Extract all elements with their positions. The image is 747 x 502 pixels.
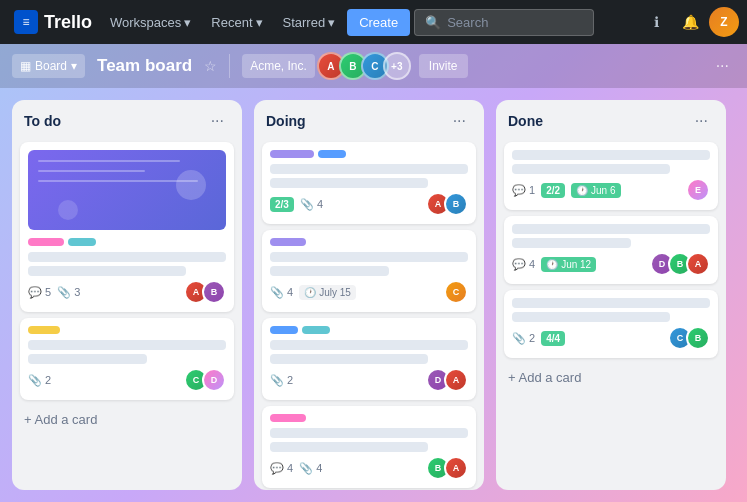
notifications-button[interactable]: 🔔 [675,7,705,37]
badge-progress-d1: 2/3 [270,197,294,212]
card-text-d2b [270,266,389,276]
recent-menu[interactable]: Recent ▾ [203,11,270,34]
cover-circle-1 [176,170,206,200]
attach-icon-d3: 📎 [270,374,284,387]
logo-text: Trello [44,12,92,33]
member-avatar-extra[interactable]: +3 [383,52,411,80]
create-button[interactable]: Create [347,9,410,36]
card-done-1[interactable]: 💬 1 2/2 🕐 Jun 6 E [504,142,718,210]
card-member-dn3b[interactable]: B [686,326,710,350]
label-blue-d1 [318,150,346,158]
label-yellow [28,326,60,334]
card-done-2[interactable]: 💬 4 🕐 Jun 12 D B A [504,216,718,284]
attach-icon-d2: 📎 [270,286,284,299]
card-member-d3b[interactable]: A [444,368,468,392]
card-member-2b[interactable]: D [202,368,226,392]
card-labels-1 [28,238,226,246]
card-meta-2: 📎 2 [28,374,51,387]
card-text-2a [28,340,226,350]
column-menu-todo[interactable]: ··· [205,110,230,132]
card-text-dn2a [512,224,710,234]
column-menu-done[interactable]: ··· [689,110,714,132]
card-members-dn3: C B [668,326,710,350]
column-title-doing: Doing [266,113,306,129]
card-text-d1b [270,178,428,188]
board-icon: ▦ [20,59,31,73]
column-menu-doing[interactable]: ··· [447,110,472,132]
user-avatar[interactable]: Z [709,7,739,37]
card-todo-1[interactable]: 💬 5 📎 3 A B [20,142,234,312]
comment-icon: 💬 [28,286,42,299]
card-labels-d4 [270,414,468,422]
clock-icon-dn1: 🕐 [576,185,588,196]
workspace-label[interactable]: Acme, Inc. [242,54,315,78]
card-members-dn2: D B A [650,252,710,276]
card-labels-d3 [270,326,468,334]
add-card-done[interactable]: + Add a card [504,364,718,391]
board-view-button[interactable]: ▦ Board ▾ [12,54,85,78]
meta-comments-d4: 💬 4 [270,462,293,475]
starred-menu[interactable]: Starred ▾ [275,11,344,34]
card-member-d1b[interactable]: B [444,192,468,216]
comment-count-dn2: 4 [529,258,535,270]
card-todo-2[interactable]: 📎 2 C D [20,318,234,400]
meta-attach-d2: 📎 4 [270,286,293,299]
card-footer-dn2: 💬 4 🕐 Jun 12 D B A [512,252,710,276]
column-done: Done ··· 💬 1 2/2 🕐 Jun 6 [496,100,726,490]
card-member-d2a[interactable]: C [444,280,468,304]
divider [229,54,230,78]
card-doing-4[interactable]: 💬 4 📎 4 B A [262,406,476,488]
logo[interactable]: ≡ Trello [8,10,98,34]
column-title-todo: To do [24,113,61,129]
card-text-d4a [270,428,468,438]
card-footer-d1: 2/3 📎 4 A B [270,192,468,216]
card-doing-2[interactable]: 📎 4 🕐 July 15 C [262,230,476,312]
card-member-dn1a[interactable]: E [686,178,710,202]
clock-icon-dn2: 🕐 [546,259,558,270]
card-text-dn3a [512,298,710,308]
card-doing-3[interactable]: 📎 2 D A [262,318,476,400]
star-button[interactable]: ☆ [204,58,217,74]
comment-count: 5 [45,286,51,298]
card-member-1b[interactable]: B [202,280,226,304]
badge-date-dn2: 🕐 Jun 12 [541,257,596,272]
clock-icon-d2: 🕐 [304,287,316,298]
comment-count-dn1: 1 [529,184,535,196]
workspaces-menu[interactable]: Workspaces ▾ [102,11,199,34]
invite-button[interactable]: Invite [419,54,468,78]
attach-count-d4: 4 [316,462,322,474]
board-title: Team board [93,56,196,76]
card-members-1: A B [184,280,226,304]
attach-count-2: 2 [45,374,51,386]
top-nav: ≡ Trello Workspaces ▾ Recent ▾ Starred ▾… [0,0,747,44]
attach-count-d2: 4 [287,286,293,298]
column-header-done: Done ··· [504,110,718,136]
info-button[interactable]: ℹ [641,7,671,37]
card-member-dn2c[interactable]: A [686,252,710,276]
meta-comment-dn2: 💬 4 [512,258,535,271]
attachment-count: 3 [74,286,80,298]
trello-icon: ≡ [14,10,38,34]
card-labels-d1 [270,150,468,158]
add-card-todo[interactable]: + Add a card [20,406,234,433]
card-footer-d3: 📎 2 D A [270,368,468,392]
badge-date-dn1: 🕐 Jun 6 [571,183,620,198]
board-content: To do ··· [0,88,747,502]
comment-count-d4: 4 [287,462,293,474]
meta-attach-2: 📎 2 [28,374,51,387]
card-meta-dn1: 💬 1 2/2 🕐 Jun 6 [512,183,621,198]
search-bar[interactable]: 🔍 Search [414,9,594,36]
card-labels-d2 [270,238,468,246]
card-doing-1[interactable]: 2/3 📎 4 A B [262,142,476,224]
meta-attach-d4: 📎 4 [299,462,322,475]
card-meta-dn3: 📎 2 4/4 [512,331,565,346]
card-text-2b [28,354,147,364]
card-done-3[interactable]: 📎 2 4/4 C B [504,290,718,358]
card-member-d4b[interactable]: A [444,456,468,480]
board-more-button[interactable]: ··· [710,53,735,79]
comment-icon-dn2: 💬 [512,258,526,271]
search-icon: 🔍 [425,15,441,30]
label-purple-d1 [270,150,314,158]
card-members-d1: A B [426,192,468,216]
card-meta-d2: 📎 4 🕐 July 15 [270,285,356,300]
